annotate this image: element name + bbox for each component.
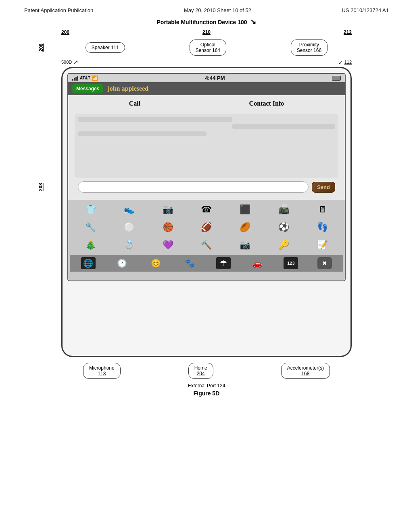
kb-paw[interactable]: 🐾 (182, 257, 197, 269)
kb-delete[interactable]: ✖ (317, 257, 332, 269)
message-bubbles (75, 114, 338, 178)
emoji-rugby[interactable]: 🏉 (238, 220, 252, 235)
ref-208-top: 208 (38, 44, 44, 52)
message-input[interactable] (78, 181, 309, 193)
contact-name: john appleseed (107, 85, 148, 92)
microphone-label: Microphone113 (83, 363, 121, 379)
ref-112: 112 (344, 60, 352, 64)
header-right: US 2010/123724 A1 (342, 7, 389, 13)
emoji-camera2[interactable]: 📷 (238, 238, 252, 252)
wifi-icon: 📶 (92, 75, 98, 81)
bubble-3 (78, 131, 206, 136)
screen: AT&T 📶 4:44 PM Messages john appleseed C… (67, 73, 346, 281)
emoji-monitor[interactable]: 🖥 (315, 202, 330, 217)
speaker-label: Speaker 111 (86, 42, 125, 53)
emoji-square[interactable]: ⬛ (238, 202, 252, 217)
bubble-2 (232, 124, 335, 129)
signal-bars (72, 76, 78, 81)
proximity-label: ProximitySensor 166 (291, 39, 327, 56)
emoji-shirt[interactable]: 👕 (83, 202, 98, 217)
device-frame: AT&T 📶 4:44 PM Messages john appleseed C… (61, 67, 352, 357)
kb-clock[interactable]: 🕐 (115, 257, 129, 269)
emoji-camera[interactable]: 📷 (161, 202, 175, 217)
status-time: 4:44 PM (205, 75, 225, 81)
bar2 (74, 78, 75, 81)
external-port-label: External Port 124 (37, 383, 376, 389)
ref-206: 206 (61, 29, 69, 35)
messages-button[interactable]: Messages (72, 84, 103, 93)
emoji-row-3: 🎄 💍 💜 🔨 📷 🔑 📝 (70, 237, 343, 253)
bar3 (75, 77, 77, 81)
patent-header: Patent Application Publication May 20, 2… (0, 0, 413, 17)
optical-label: OpticalSensor 164 (190, 39, 226, 56)
header-middle: May 20, 2010 Sheet 10 of 52 (184, 7, 251, 13)
kb-car[interactable]: 🚗 (250, 257, 265, 269)
contact-info-button[interactable]: Contact Info (249, 100, 284, 107)
ref-208-side: 208 (38, 183, 44, 191)
emoji-soccer[interactable]: ⚽ (276, 220, 291, 235)
ref-210: 210 (202, 29, 211, 35)
nav-bar: Messages john appleseed (68, 82, 345, 95)
emoji-footprint[interactable]: 👣 (315, 220, 330, 235)
kb-umbrella[interactable]: ☂ (216, 257, 231, 269)
emoji-basketball[interactable]: 🏀 (161, 220, 175, 235)
text-input-area: Send (75, 181, 338, 195)
call-button[interactable]: Call (129, 100, 140, 107)
emoji-shoe[interactable]: 👟 (122, 202, 137, 217)
emoji-heart[interactable]: 💜 (161, 238, 175, 252)
keyboard-toolbar: 🌐 🕐 😊 🐾 ☂ 🚗 123 ✖ (70, 255, 343, 272)
bottom-labels: Microphone113 Home204 Accelerometer(s)16… (37, 357, 376, 381)
accelerometer-label: Accelerometer(s)168 (281, 363, 330, 379)
emoji-phone[interactable]: ☎ (199, 202, 214, 217)
figure-label: Figure 5D (37, 390, 376, 397)
ref-500d: 500D (61, 60, 72, 64)
sub-ref-row: 500D ↗ ↙ 112 (37, 59, 376, 67)
emoji-fax[interactable]: 📠 (276, 202, 291, 217)
emoji-notebook[interactable]: 📝 (315, 238, 330, 252)
emoji-picker[interactable]: 👕 👟 📷 ☎ ⬛ 📠 🖥 🔧 ⚪ 🏀 🏈 🏉 (68, 200, 345, 281)
status-bar: AT&T 📶 4:44 PM (68, 74, 345, 82)
bubble-1 (78, 117, 232, 122)
emoji-ring[interactable]: 💍 (122, 238, 137, 252)
emoji-circle[interactable]: ⚪ (122, 220, 137, 235)
kb-smiley[interactable]: 😊 (148, 257, 163, 269)
arrow-112: ↙ (338, 59, 343, 65)
emoji-row-1: 👕 👟 📷 ☎ ⬛ 📠 🖥 (70, 202, 343, 218)
top-ref-row: 206 210 212 (37, 29, 376, 35)
diagram-outer: Portable Multifunction Device 100 ↘ 206 … (37, 17, 376, 397)
call-contact-row: Call Contact Info (75, 100, 338, 107)
kb-globe[interactable]: 🌐 (81, 257, 96, 269)
component-labels: 208 Speaker 111 OpticalSensor 164 Proxim… (37, 36, 376, 59)
emoji-key[interactable]: 🔑 (276, 238, 291, 252)
emoji-row-2: 🔧 ⚪ 🏀 🏈 🏉 ⚽ 👣 (70, 219, 343, 235)
emoji-tree[interactable]: 🎄 (83, 238, 98, 252)
battery-icon (332, 76, 341, 81)
bar1 (72, 79, 73, 81)
carrier-name: AT&T (80, 76, 90, 80)
home-label: Home204 (188, 363, 213, 379)
message-area: Call Contact Info Send (68, 95, 345, 200)
send-button[interactable]: Send (312, 182, 335, 193)
bar4 (77, 76, 78, 81)
ref-500d-group: 500D ↗ (61, 59, 78, 65)
title-arrow: ↘ (250, 18, 256, 26)
emoji-hammer[interactable]: 🔨 (199, 238, 214, 252)
emoji-football[interactable]: 🏈 (199, 220, 214, 235)
ref-212: 212 (344, 29, 352, 35)
header-left: Patent Application Publication (24, 7, 93, 13)
device-title: Portable Multifunction Device 100 ↘ (37, 17, 376, 26)
kb-123[interactable]: 123 (284, 257, 298, 269)
arrow-500d: ↗ (73, 59, 78, 65)
ref-112-group: ↙ 112 (338, 59, 352, 65)
emoji-wrench[interactable]: 🔧 (83, 220, 98, 235)
signal-area: AT&T 📶 (72, 75, 98, 81)
device-wrapper: 208 AT&T 📶 4:44 PM (49, 67, 364, 357)
